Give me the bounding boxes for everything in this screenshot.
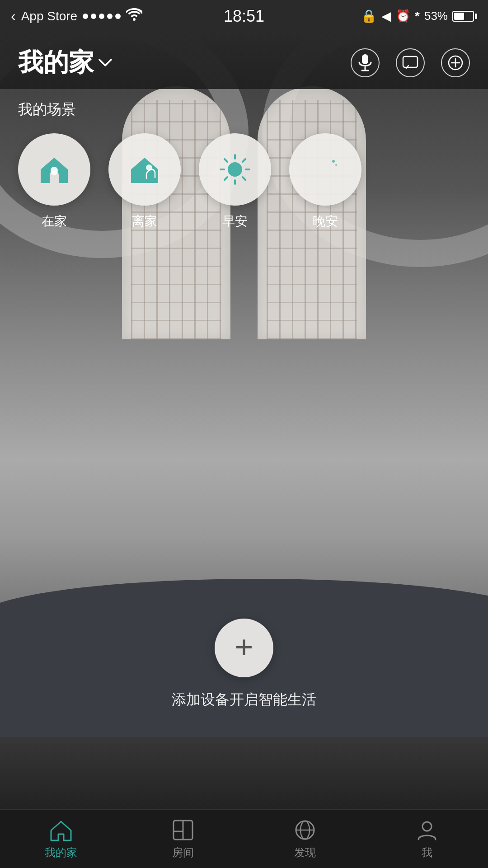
svg-point-28 bbox=[422, 822, 432, 831]
svg-rect-0 bbox=[362, 54, 368, 64]
back-arrow-icon: ‹ bbox=[11, 8, 16, 24]
scenes-title: 我的场景 bbox=[18, 100, 470, 120]
status-bar: ‹ App Store 18:51 🔒 ◀ ⏰ * 53% bbox=[0, 0, 488, 32]
wifi-icon bbox=[126, 8, 142, 24]
add-device-button[interactable]: + bbox=[215, 619, 273, 677]
add-device-label: 添加设备开启智能生活 bbox=[172, 690, 316, 710]
scenes-section: 我的场景 在家 bbox=[0, 91, 488, 239]
add-icon: + bbox=[235, 631, 253, 663]
tab-profile-icon bbox=[415, 818, 439, 842]
microphone-button[interactable] bbox=[351, 48, 380, 77]
scene-good-night[interactable]: 晚安 bbox=[289, 133, 361, 230]
svg-line-16 bbox=[225, 159, 227, 162]
alarm-icon: ⏰ bbox=[396, 9, 410, 23]
scene-good-morning-circle[interactable] bbox=[199, 133, 271, 206]
scene-leave-home-label: 离家 bbox=[132, 213, 157, 230]
tab-discover-icon bbox=[293, 818, 317, 842]
tab-profile-label: 我 bbox=[422, 845, 432, 860]
scene-good-morning[interactable]: 早安 bbox=[199, 133, 271, 230]
battery-percentage: 53% bbox=[424, 9, 448, 23]
time-display: 18:51 bbox=[224, 7, 264, 26]
message-button[interactable] bbox=[396, 48, 425, 77]
svg-rect-3 bbox=[403, 56, 418, 67]
svg-point-20 bbox=[332, 160, 335, 163]
tab-home[interactable]: 我的家 bbox=[0, 818, 122, 860]
app-header: 我的家 bbox=[0, 32, 488, 89]
svg-line-19 bbox=[225, 177, 227, 180]
tab-rooms-label: 房间 bbox=[172, 845, 194, 860]
battery-icon bbox=[452, 11, 477, 22]
tab-discover-label: 发现 bbox=[294, 845, 316, 860]
home-title[interactable]: 我的家 bbox=[18, 46, 112, 80]
location-icon: ◀ bbox=[381, 9, 391, 23]
scene-at-home-circle[interactable] bbox=[18, 133, 90, 206]
scene-at-home[interactable]: 在家 bbox=[18, 133, 90, 230]
tab-rooms[interactable]: 房间 bbox=[122, 818, 244, 860]
svg-point-11 bbox=[228, 162, 242, 177]
tab-rooms-icon bbox=[171, 818, 195, 842]
add-device-section: + 添加设备开启智能生活 bbox=[172, 619, 316, 710]
svg-point-21 bbox=[335, 164, 337, 166]
scene-leave-home-circle[interactable] bbox=[108, 133, 181, 206]
tab-profile[interactable]: 我 bbox=[366, 818, 488, 860]
status-right: 🔒 ◀ ⏰ * 53% bbox=[361, 9, 477, 23]
scene-good-night-label: 晚安 bbox=[313, 213, 338, 230]
scene-good-night-circle[interactable] bbox=[289, 133, 361, 206]
main-content: 我的家 bbox=[0, 32, 488, 809]
home-name-label: 我的家 bbox=[18, 46, 94, 80]
scene-good-morning-label: 早安 bbox=[222, 213, 248, 230]
bluetooth-icon: * bbox=[415, 9, 420, 23]
scenes-row: 在家 离家 bbox=[18, 133, 470, 230]
chevron-down-icon bbox=[99, 58, 112, 67]
scene-at-home-label: 在家 bbox=[42, 213, 67, 230]
svg-point-8 bbox=[51, 167, 58, 174]
tab-bar: 我的家 房间 发现 我 bbox=[0, 809, 488, 868]
add-button[interactable] bbox=[441, 48, 470, 77]
header-actions bbox=[351, 48, 470, 77]
tab-discover[interactable]: 发现 bbox=[244, 818, 366, 860]
signal-dots bbox=[83, 14, 121, 19]
scene-leave-home[interactable]: 离家 bbox=[108, 133, 181, 230]
tab-home-label: 我的家 bbox=[45, 845, 77, 860]
svg-line-18 bbox=[243, 159, 245, 162]
status-left: ‹ App Store bbox=[11, 8, 142, 24]
svg-line-17 bbox=[243, 177, 245, 180]
tab-home-icon bbox=[49, 818, 73, 842]
lock-icon: 🔒 bbox=[361, 9, 377, 23]
carrier-label: App Store bbox=[21, 9, 78, 23]
